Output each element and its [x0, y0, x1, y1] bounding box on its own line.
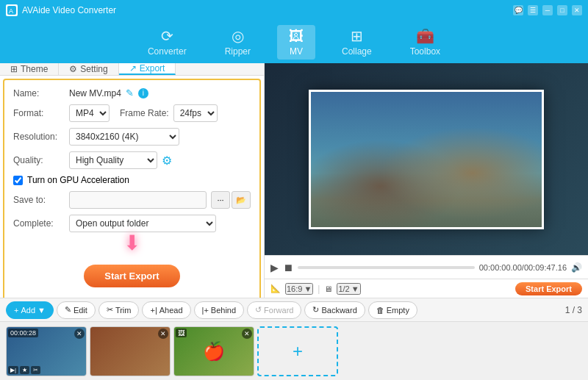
video-area: + — [265, 63, 588, 255]
nav-toolbox[interactable]: 🧰 Toolbox — [398, 24, 452, 60]
edit-label: Edit — [74, 306, 87, 315]
add-label: Add — [21, 306, 35, 315]
nav-mv-label: MV — [290, 46, 303, 57]
film-cut-1[interactable]: ✂ — [31, 366, 40, 374]
time-display: 00:00:00.00/00:09:47.16 — [479, 263, 567, 272]
ratio-button[interactable]: 16:9 ▼ — [285, 283, 313, 295]
volume-icon[interactable]: 🔊 — [571, 262, 582, 273]
minimize-button[interactable]: ─ — [542, 5, 553, 15]
edit-name-icon[interactable]: ✎ — [126, 87, 134, 98]
start-export-button[interactable]: Start Export — [84, 265, 179, 287]
video-plus-icon: + — [311, 227, 320, 229]
nav-collage[interactable]: ⊞ Collage — [330, 24, 384, 60]
behind-button[interactable]: |+ Behind — [194, 301, 245, 319]
add-icon: + — [14, 306, 18, 315]
tab-setting[interactable]: ⚙ Setting — [59, 63, 118, 75]
nav-ripper[interactable]: ◎ Ripper — [213, 24, 262, 60]
film-add-icon: + — [293, 341, 303, 362]
framerate-label: Frame Rate: — [120, 108, 169, 118]
ahead-label: Ahead — [159, 306, 183, 315]
forward-button[interactable]: ↺ Forward — [247, 301, 301, 319]
quality-gear-icon[interactable]: ⚙ — [162, 154, 172, 168]
tab-export-label: Export — [140, 63, 165, 74]
open-folder-button[interactable]: 📂 — [232, 191, 251, 209]
gpu-label: Turn on GPU Acceleration — [27, 175, 129, 185]
converter-icon: ⟳ — [161, 27, 173, 45]
quality-select[interactable]: High Quality — [69, 151, 157, 169]
nav-converter[interactable]: ⟳ Converter — [136, 24, 198, 60]
info-icon[interactable]: i — [138, 88, 148, 98]
trim-button[interactable]: ✂ Trim — [98, 301, 140, 319]
maximize-button[interactable]: □ — [557, 5, 567, 15]
play-button[interactable]: ▶ — [270, 262, 279, 273]
right-start-export-button[interactable]: Start Export — [515, 282, 582, 295]
ratio-divider: | — [318, 284, 320, 294]
empty-label: Empty — [387, 306, 409, 315]
chat-icon[interactable]: 💬 — [513, 5, 523, 15]
left-panel: ⊞ Theme ⚙ Setting ↗ Export — [0, 63, 265, 298]
film-close-2[interactable]: ✕ — [158, 329, 168, 339]
backward-label: Backward — [321, 306, 356, 315]
toolbox-icon: 🧰 — [416, 27, 434, 45]
film-add-button[interactable]: + — [257, 326, 338, 376]
filmstrip: ✕ 00:00:28 ▶| ★ ✂ ✕ 🍎 — [0, 321, 588, 380]
complete-label: Complete: — [13, 218, 65, 229]
ripper-icon: ◎ — [232, 27, 244, 45]
right-panel: + ▶ ⏹ 00:00:00.00/00:09:47.16 🔊 📐 — [265, 63, 588, 298]
nav-mv[interactable]: 🖼 MV — [277, 25, 315, 60]
tab-setting-label: Setting — [80, 64, 107, 74]
tab-export[interactable]: ↗ Export — [119, 63, 176, 75]
nav-bar: ⟳ Converter ◎ Ripper 🖼 MV ⊞ Collage 🧰 To… — [0, 21, 588, 63]
save-row: Save to: C:\AVAide Studio\AVAi...Convert… — [13, 191, 251, 209]
trim-icon: ✂ — [107, 305, 113, 315]
menu-icon[interactable]: ☰ — [528, 5, 538, 15]
ratio-chevron: ▼ — [304, 284, 312, 293]
app-logo: A — [6, 4, 18, 16]
page-value: 1/2 — [338, 284, 349, 293]
forward-icon: ↺ — [255, 305, 262, 315]
complete-select[interactable]: Open output folder — [69, 215, 216, 232]
browse-button[interactable]: ··· — [211, 191, 230, 209]
film-controls-1: ▶| ★ ✂ — [8, 366, 40, 374]
edit-button[interactable]: ✎ Edit — [57, 301, 96, 319]
player-bottom: 📐 16:9 ▼ | 🖥 1/2 ▼ Start Export — [265, 279, 588, 298]
nav-converter-label: Converter — [148, 46, 187, 57]
setting-tab-icon: ⚙ — [69, 64, 77, 74]
behind-icon: |+ — [202, 306, 209, 315]
resolution-row: Resolution: 3840x2160 (4K) — [13, 128, 251, 146]
film-duration-1: 00:00:28 — [8, 329, 38, 337]
film-thumb-2: ✕ — [90, 326, 171, 376]
film-thumb-1: ✕ 00:00:28 ▶| ★ ✂ — [6, 326, 87, 376]
ahead-button[interactable]: +| Ahead — [142, 301, 190, 319]
trash-icon: 🗑 — [376, 306, 384, 315]
stop-button[interactable]: ⏹ — [283, 262, 293, 273]
format-row: Format: MP4 Frame Rate: 24fps — [13, 104, 251, 122]
window-controls: 💬 ☰ ─ □ ✕ — [513, 5, 582, 15]
svg-text:A: A — [9, 7, 13, 15]
tab-bar: ⊞ Theme ⚙ Setting ↗ Export — [0, 63, 264, 76]
page-button[interactable]: 1/2 ▼ — [337, 283, 360, 295]
quality-label: Quality: — [13, 155, 65, 165]
backward-button[interactable]: ↻ Backward — [304, 301, 365, 319]
video-content — [311, 92, 542, 227]
empty-button[interactable]: 🗑 Empty — [368, 301, 417, 319]
edit-icon: ✎ — [65, 305, 71, 315]
ratio-value: 16:9 — [287, 284, 302, 293]
video-thumbnail — [311, 92, 542, 227]
gpu-checkbox[interactable] — [13, 176, 23, 185]
film-close-3[interactable]: ✕ — [242, 329, 252, 339]
close-button[interactable]: ✕ — [572, 5, 582, 15]
resolution-select[interactable]: 3840x2160 (4K) — [69, 128, 179, 146]
collage-icon: ⊞ — [351, 27, 363, 45]
film-close-1[interactable]: ✕ — [74, 329, 85, 339]
save-label: Save to: — [13, 195, 65, 205]
name-label: Name: — [13, 88, 65, 98]
complete-row: Complete: Open output folder — [13, 215, 251, 232]
tab-theme[interactable]: ⊞ Theme — [0, 63, 59, 75]
format-select[interactable]: MP4 — [69, 104, 110, 122]
film-star-1[interactable]: ★ — [20, 366, 29, 374]
add-button[interactable]: + Add ▼ — [6, 301, 54, 319]
framerate-select[interactable]: 24fps — [173, 104, 218, 122]
progress-bar[interactable] — [298, 266, 475, 269]
film-play-1[interactable]: ▶| — [8, 366, 18, 374]
